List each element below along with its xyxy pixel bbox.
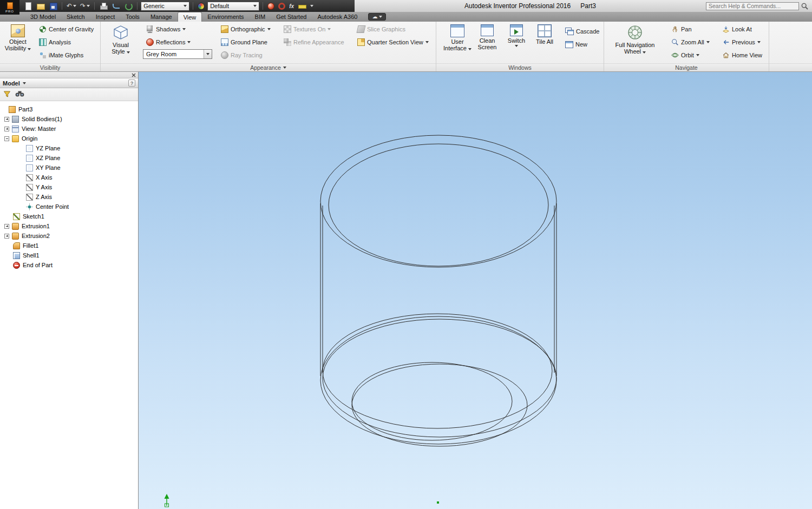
tree-item-yz-plane[interactable]: YZ Plane — [0, 143, 138, 153]
wireframe-canvas[interactable] — [139, 72, 812, 509]
viewport[interactable] — [139, 72, 812, 509]
search-input[interactable] — [706, 2, 799, 10]
browser-filter-button[interactable] — [3, 90, 11, 99]
expand-plus-icon[interactable] — [4, 224, 9, 229]
clean-screen-button[interactable]: Clean Screen — [473, 22, 501, 62]
look-at-label: Look At — [732, 26, 752, 32]
shadows-button[interactable]: Shadows — [143, 23, 212, 35]
expand-plus-icon[interactable] — [4, 127, 9, 131]
parameters-button[interactable]: fx — [288, 1, 295, 11]
tree-item-xz-plane[interactable]: XZ Plane — [0, 153, 138, 163]
save-button[interactable] — [48, 1, 58, 11]
print-button[interactable] — [98, 1, 109, 11]
tab-environments[interactable]: Environments — [202, 12, 249, 22]
update-button[interactable] — [123, 1, 134, 11]
sketch-point[interactable] — [437, 501, 439, 504]
look-at-button[interactable]: Look At — [719, 23, 765, 35]
visual-style-button[interactable]: Visual Style — [105, 22, 136, 62]
new-file-button[interactable] — [23, 1, 34, 11]
tab-sketch[interactable]: Sketch — [61, 12, 90, 22]
object-visibility-button[interactable]: Object Visibility — [1, 22, 35, 62]
browser-close-button[interactable] — [132, 72, 136, 78]
tab-autodesk-a360[interactable]: Autodesk A360 — [312, 12, 363, 22]
expand-plus-icon[interactable] — [4, 117, 9, 122]
orthographic-button[interactable]: Orthographic — [218, 23, 274, 35]
open-button[interactable] — [35, 1, 46, 11]
imate-glyphs-button[interactable]: iMate Glyphs — [36, 49, 97, 61]
tree-item-view-master[interactable]: View: Master — [0, 124, 138, 134]
tree-item-end-of-part[interactable]: End of Part — [0, 260, 138, 270]
home-view-button[interactable]: Home View — [719, 49, 765, 61]
tree-item-shell1[interactable]: Shell1 — [0, 250, 138, 260]
tree-item-label: YZ Plane — [36, 145, 60, 151]
tree-item-label: Origin — [22, 135, 37, 142]
analysis-button[interactable]: Analysis — [36, 36, 97, 48]
appearance-combo[interactable]: Default — [207, 2, 259, 11]
ribbon: Object Visibility Center of Gravity Anal… — [0, 22, 812, 72]
reflections-button[interactable]: Reflections — [143, 36, 212, 48]
previous-view-button[interactable]: Previous — [719, 36, 765, 48]
tree-item-fillet1[interactable]: Fillet1 — [0, 241, 138, 250]
environment-style-dropdown[interactable] — [204, 50, 212, 58]
tab-get-started[interactable]: Get Started — [271, 12, 312, 22]
tree-item-extrusion1[interactable]: Extrusion1 — [0, 221, 138, 231]
zoom-all-button[interactable]: Zoom All — [668, 36, 713, 48]
search-icon[interactable] — [801, 2, 809, 10]
group-label-windows[interactable]: Windows — [436, 63, 604, 71]
tree-item-sketch1[interactable]: Sketch1 — [0, 211, 138, 221]
tree-item-origin[interactable]: Origin — [0, 134, 138, 143]
collapse-minus-icon[interactable] — [4, 136, 9, 141]
tree-item-center-point[interactable]: Center Point — [0, 202, 138, 211]
tab-manage[interactable]: Manage — [145, 12, 178, 22]
titlebar: PRO ↶ ↷ Generic Default — [0, 0, 812, 12]
tree-item-x-axis[interactable]: X Axis — [0, 173, 138, 182]
tree-item-xy-plane[interactable]: XY Plane — [0, 163, 138, 173]
switch-windows-button[interactable]: Switch — [503, 22, 529, 62]
tab-bim[interactable]: BIM — [250, 12, 271, 22]
environment-style-combo[interactable]: Grey Room — [143, 49, 212, 59]
measure-button[interactable] — [297, 1, 307, 11]
orbit-button[interactable]: Orbit — [668, 49, 713, 61]
center-of-gravity-button[interactable]: Center of Gravity — [36, 23, 97, 35]
full-navigation-wheel-button[interactable]: Full Navigation Wheel — [608, 22, 662, 62]
tree-item-z-axis[interactable]: Z Axis — [0, 192, 138, 202]
adjust-appearance-button[interactable] — [266, 1, 276, 11]
ground-plane-button[interactable]: Ground Plane — [218, 36, 274, 48]
user-interface-button[interactable]: User Interface — [443, 22, 472, 62]
customize-qat-button[interactable] — [309, 1, 315, 11]
tree-item-y-axis[interactable]: Y Axis — [0, 182, 138, 192]
tree-item-extrusion2[interactable]: Extrusion2 — [0, 231, 138, 241]
group-label-navigate[interactable]: Navigate — [604, 63, 769, 71]
quarter-section-view-label: Quarter Section View — [367, 39, 423, 45]
group-label-visibility[interactable]: Visibility — [0, 63, 100, 71]
tab-inspect[interactable]: Inspect — [90, 12, 120, 22]
pan-button[interactable]: Pan — [668, 23, 713, 35]
new-window-button[interactable]: New — [562, 38, 603, 50]
browser-titlebar[interactable]: Model ? — [0, 78, 138, 88]
tab-3d-model[interactable]: 3D Model — [25, 12, 61, 22]
tree-item-part3[interactable]: Part3 — [0, 104, 138, 114]
wireframe-model[interactable] — [320, 135, 556, 446]
tab-view[interactable]: View — [178, 12, 202, 22]
quarter-section-view-button[interactable]: Quarter Section View — [354, 36, 432, 48]
browser-help-button[interactable]: ? — [128, 80, 135, 87]
combo-dropdown-icon — [206, 53, 209, 55]
tree-item-solid-bodies[interactable]: Solid Bodies(1) — [0, 114, 138, 124]
undo-button[interactable]: ↶ — [66, 1, 77, 11]
selection-filter-combo[interactable]: Generic — [141, 2, 189, 11]
tab-tools[interactable]: Tools — [120, 12, 145, 22]
browser-grip[interactable] — [0, 72, 138, 78]
redo-button[interactable]: ↷ — [79, 1, 91, 11]
cascade-button[interactable]: Cascade — [562, 25, 603, 37]
tile-all-button[interactable]: Tile All — [532, 22, 558, 62]
material-button[interactable] — [197, 1, 206, 11]
ray-tracing-label: Ray Tracing — [231, 52, 263, 58]
clear-appearance-button[interactable] — [277, 1, 286, 11]
binoculars-icon — [15, 90, 24, 97]
group-label-appearance[interactable]: Appearance — [101, 63, 436, 71]
a360-sync-button[interactable]: ☁ — [368, 13, 386, 21]
expand-plus-icon[interactable] — [4, 234, 9, 239]
return-button[interactable] — [110, 1, 121, 11]
inventor-logo[interactable]: PRO — [0, 0, 19, 15]
browser-find-button[interactable] — [15, 90, 24, 98]
